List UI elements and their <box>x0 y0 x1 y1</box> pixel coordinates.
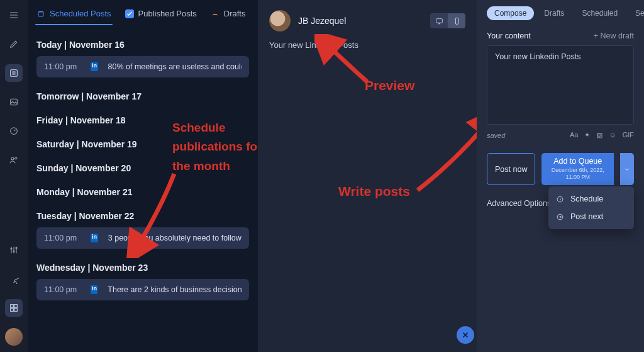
editor-toolbar: Aa ✦ ▧ ☺ GIF <box>570 131 634 139</box>
day-header: Tuesday | November 22 <box>36 211 249 221</box>
image-icon[interactable] <box>5 93 23 111</box>
grid-icon[interactable] <box>5 299 23 317</box>
post-time: 11:00 pm <box>44 285 80 294</box>
sliders-icon[interactable] <box>5 241 23 259</box>
user-avatar[interactable] <box>5 328 23 346</box>
gif-button[interactable]: GIF <box>623 131 634 139</box>
post-title: 80% of meetings are useless and could be… <box>108 62 242 71</box>
day-header: Today | November 16 <box>36 40 249 50</box>
svg-rect-10 <box>11 309 14 312</box>
text-style-button[interactable]: Aa <box>570 131 578 139</box>
users-icon[interactable] <box>5 151 23 169</box>
day-header: Tomorrow | November 17 <box>36 91 249 101</box>
tab-scheduled[interactable]: Scheduled Posts <box>36 9 111 25</box>
emoji-button[interactable]: ☺ <box>609 131 616 139</box>
tab-published-label: Published Posts <box>138 9 197 18</box>
drafts-icon <box>211 9 219 18</box>
pill-scheduled[interactable]: Scheduled <box>574 6 625 20</box>
close-fab[interactable] <box>457 326 474 344</box>
content-label: Your content <box>487 31 531 40</box>
add-to-queue-button[interactable]: Add to Queue December 6th, 2022, 11:00 P… <box>541 153 614 185</box>
day-header: Sunday | November 20 <box>36 163 249 173</box>
gauge-icon[interactable] <box>5 122 23 140</box>
list-icon[interactable] <box>5 64 23 82</box>
schedule-tabs: Scheduled Posts Published Posts Drafts <box>28 0 258 25</box>
published-icon <box>125 9 134 18</box>
ai-button[interactable]: ✦ <box>584 131 590 139</box>
annotation-preview: Preview <box>365 78 414 93</box>
tab-drafts[interactable]: Drafts <box>211 9 246 25</box>
day-header: Monday | November 21 <box>36 187 249 197</box>
linkedin-icon <box>91 62 98 71</box>
post-title: 3 people you absolutely need to follow a… <box>108 234 242 242</box>
tab-drafts-label: Drafts <box>224 9 246 18</box>
chat-icon[interactable] <box>5 270 23 288</box>
schedule-body: Today | November 1611:00 pm80% of meetin… <box>28 25 258 300</box>
post-time: 11:00 pm <box>44 234 80 242</box>
add-to-queue-label: Add to Queue <box>553 157 602 166</box>
svg-rect-1 <box>11 99 18 105</box>
calendar-icon <box>36 9 45 18</box>
scheduled-post-row[interactable]: 11:00 pmThere are 2 kinds of business de… <box>36 279 249 300</box>
post-time: 11:00 pm <box>44 62 80 71</box>
annotation-write: Write posts <box>338 184 410 199</box>
svg-rect-9 <box>14 305 18 308</box>
device-desktop-button[interactable] <box>430 13 448 28</box>
device-toggle <box>430 13 465 28</box>
day-header: Wednesday | November 23 <box>36 263 249 273</box>
queue-dropdown: Schedule Post next <box>548 186 634 229</box>
tab-scheduled-label: Scheduled Posts <box>50 9 111 18</box>
svg-rect-8 <box>11 305 14 308</box>
preview-panel: JB Jezequel Your new Linkedin Posts Prev… <box>258 0 477 352</box>
preview-body: Your new Linkedin Posts <box>269 40 465 50</box>
schedule-panel: Scheduled Posts Published Posts Drafts T… <box>28 0 258 352</box>
author-name: JB Jezequel <box>298 16 346 26</box>
linkedin-icon <box>91 234 98 242</box>
image-button[interactable]: ▧ <box>596 131 602 139</box>
left-rail <box>0 0 28 352</box>
device-mobile-button[interactable] <box>448 13 465 28</box>
menu-icon[interactable] <box>5 6 23 24</box>
queue-caret-button[interactable] <box>620 153 634 185</box>
dropdown-post-next[interactable]: Post next <box>548 208 634 225</box>
day-header: Saturday | November 19 <box>36 139 249 149</box>
add-to-queue-sub: December 6th, 2022, 11:00 PM <box>547 167 609 180</box>
scheduled-post-row[interactable]: 11:00 pm80% of meetings are useless and … <box>36 56 249 77</box>
compose-panel: Compose Drafts Scheduled Sent Your conte… <box>477 0 644 352</box>
svg-rect-13 <box>436 18 442 22</box>
dropdown-schedule[interactable]: Schedule <box>548 190 634 208</box>
pill-sent[interactable]: Sent <box>628 6 644 20</box>
compose-pills: Compose Drafts Scheduled Sent <box>487 6 634 20</box>
post-now-button[interactable]: Post now <box>487 153 535 185</box>
pill-drafts[interactable]: Drafts <box>536 6 572 20</box>
linkedin-icon <box>91 285 97 294</box>
tab-published[interactable]: Published Posts <box>125 9 197 25</box>
svg-rect-11 <box>14 309 18 312</box>
day-header: Friday | November 18 <box>36 115 249 125</box>
pill-compose[interactable]: Compose <box>487 6 534 20</box>
post-title: There are 2 kinds of business decisions:… <box>108 285 242 294</box>
saved-indicator: saved <box>487 132 505 139</box>
svg-point-4 <box>15 157 17 159</box>
dropdown-post-next-label: Post next <box>570 212 603 221</box>
scheduled-post-row[interactable]: 11:00 pm3 people you absolutely need to … <box>36 227 249 249</box>
svg-rect-12 <box>38 11 43 16</box>
svg-point-3 <box>11 157 14 160</box>
new-draft-button[interactable]: + New draft <box>594 31 634 40</box>
content-textarea[interactable] <box>487 45 634 125</box>
author-avatar <box>269 10 291 31</box>
dropdown-schedule-label: Schedule <box>570 195 603 203</box>
edit-icon[interactable] <box>5 35 23 53</box>
